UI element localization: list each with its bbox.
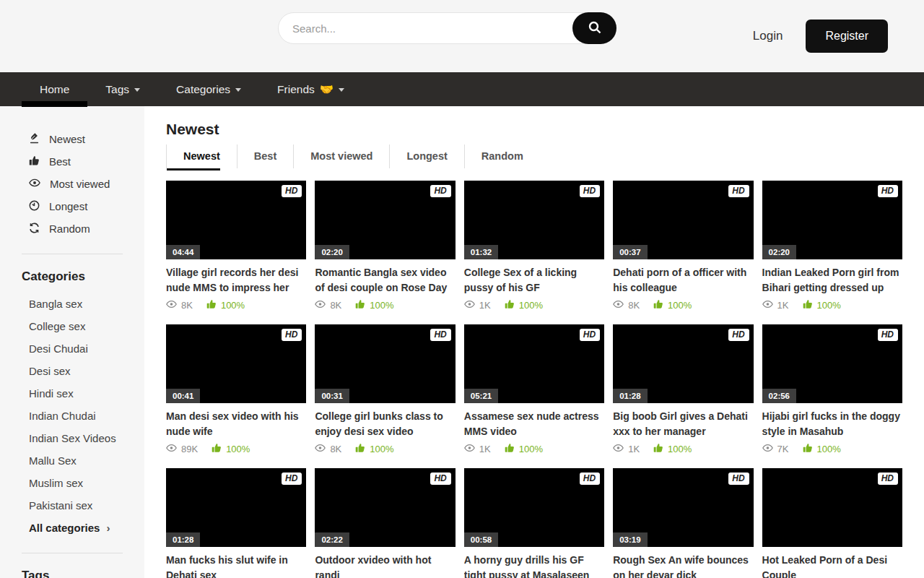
video-stats: 8K 100% — [166, 299, 306, 311]
sort-tab[interactable]: Best — [237, 144, 293, 168]
video-card[interactable]: HD 01:28 Man fucks his slut wife in Deha… — [166, 468, 306, 578]
all-categories-link[interactable]: All categories — [0, 517, 144, 539]
duration-badge: 05:21 — [464, 389, 498, 403]
nav-item-tags[interactable]: Tags — [87, 72, 158, 106]
sidebar-category-link[interactable]: College sex — [0, 315, 144, 337]
sort-tab[interactable]: Random — [464, 144, 540, 168]
video-title[interactable]: Assamese sex nude actress MMS video — [464, 409, 604, 439]
view-count-value: 7K — [777, 444, 789, 454]
sidebar-category-link[interactable]: Indian Sex Videos — [0, 427, 144, 449]
video-thumbnail[interactable]: HD 03:19 — [613, 468, 753, 547]
sidebar-category-link[interactable]: Indian Chudai — [0, 405, 144, 427]
video-title[interactable]: Dehati porn of a officer with his collea… — [613, 265, 753, 296]
view-count-value: 1K — [479, 444, 491, 454]
search-button[interactable] — [572, 12, 616, 44]
video-card[interactable]: HD 02:22 Outdoor xvideo with hot randi — [315, 468, 455, 578]
video-card[interactable]: HD 02:20 Indian Leaked Porn girl from Bi… — [762, 181, 902, 311]
video-thumbnail[interactable]: HD 02:56 — [762, 324, 902, 403]
sidebar-category-link[interactable]: Desi sex — [0, 360, 144, 382]
video-card[interactable]: HD 00:41 Man desi sex video with his nud… — [166, 324, 306, 455]
video-title[interactable]: Romantic Bangla sex video of desi couple… — [315, 265, 455, 296]
video-thumbnail[interactable]: HD 05:21 — [464, 324, 604, 403]
video-title[interactable]: Village girl records her desi nude MMS t… — [166, 265, 306, 296]
search-form — [278, 12, 616, 44]
video-thumbnail[interactable]: HD 02:22 — [315, 468, 455, 547]
eye-icon — [166, 300, 177, 311]
sidebar-category-link[interactable]: Muslim sex — [0, 472, 144, 494]
thumbs-up-icon — [355, 443, 365, 455]
nav-item-home[interactable]: Home — [22, 72, 87, 106]
thumbs-up-icon — [505, 299, 515, 311]
sort-tab[interactable]: Longest — [389, 144, 463, 168]
nav-item-friends[interactable]: Friends 🤝 — [259, 72, 362, 106]
video-stats: 8K 100% — [315, 443, 455, 455]
video-thumbnail[interactable]: HD 04:44 — [166, 181, 306, 259]
eye-icon — [613, 300, 624, 311]
sidebar-item-longest[interactable]: Longest — [0, 195, 144, 217]
eye-icon — [762, 300, 773, 311]
video-thumbnail[interactable]: HD 01:28 — [613, 324, 753, 403]
video-card[interactable]: HD 00:58 A horny guy drills his GF tight… — [464, 468, 604, 578]
sort-tab[interactable]: Newest — [166, 144, 237, 168]
sidebar-category-link[interactable]: Desi Chudai — [0, 337, 144, 360]
sidebar-category-link[interactable]: Mallu Sex — [0, 449, 144, 472]
duration-badge: 01:28 — [166, 532, 200, 547]
video-thumbnail[interactable]: HD 01:32 — [464, 181, 604, 259]
login-link[interactable]: Login — [753, 29, 783, 43]
video-card[interactable]: HD 00:37 Dehati porn of a officer with h… — [613, 181, 753, 311]
site-header: Login Register — [0, 0, 924, 72]
video-card[interactable]: HD 01:32 College Sex of a licking pussy … — [464, 181, 604, 311]
video-title[interactable]: A horny guy drills his GF tight pussy at… — [464, 553, 604, 578]
video-thumbnail[interactable]: HD 02:20 — [762, 181, 902, 259]
nav-item-categories[interactable]: Categories — [158, 72, 259, 106]
video-title[interactable]: Man fucks his slut wife in Dehati sex — [166, 553, 306, 578]
video-title[interactable]: Outdoor xvideo with hot randi — [315, 553, 455, 578]
video-title[interactable]: Indian Leaked Porn girl from Bihari gett… — [762, 265, 902, 296]
video-thumbnail[interactable]: HD 02:20 — [315, 181, 455, 259]
video-title[interactable]: Hot Leaked Porn of a Desi Couple — [762, 553, 902, 578]
main-nav: Home Tags Categories Friends 🤝 — [0, 72, 924, 106]
thumbs-up-icon — [803, 443, 813, 455]
video-thumbnail[interactable]: HD 01:28 — [166, 468, 306, 547]
rating-value: 100% — [226, 444, 250, 454]
sidebar-item-label: Most viewed — [50, 178, 110, 190]
hd-badge: HD — [878, 185, 898, 197]
video-thumbnail[interactable]: HD 00:41 — [166, 324, 306, 403]
video-thumbnail[interactable]: HD — [762, 468, 902, 547]
video-title[interactable]: Big boob Girl gives a Dehati xxx to her … — [613, 409, 753, 439]
sort-tab[interactable]: Most viewed — [293, 144, 389, 168]
video-thumbnail[interactable]: HD 00:37 — [613, 181, 753, 259]
eye-icon — [315, 444, 326, 454]
chevron-down-icon — [235, 88, 241, 92]
sidebar-category-link[interactable]: Pakistani sex — [0, 494, 144, 517]
duration-badge: 02:56 — [762, 389, 796, 403]
video-card[interactable]: HD Hot Leaked Porn of a Desi Couple — [762, 468, 902, 578]
view-count-value: 1K — [777, 300, 789, 311]
view-count: 7K — [762, 444, 789, 454]
register-button[interactable]: Register — [806, 20, 888, 53]
search-input[interactable] — [278, 12, 616, 44]
video-thumbnail[interactable]: HD 00:31 — [315, 324, 455, 403]
video-card[interactable]: HD 02:56 Hijabi girl fucks in the doggy … — [762, 324, 902, 455]
sidebar-category-link[interactable]: Bangla sex — [0, 293, 144, 315]
video-card[interactable]: HD 04:44 Village girl records her desi n… — [166, 181, 306, 311]
view-count-value: 1K — [479, 300, 491, 311]
sidebar-category-link[interactable]: Hindi sex — [0, 382, 144, 405]
video-title[interactable]: College girl bunks class to enjoy desi s… — [315, 409, 455, 439]
video-title[interactable]: Hijabi girl fucks in the doggy style in … — [762, 409, 902, 439]
sidebar-item-most-viewed[interactable]: Most viewed — [0, 173, 144, 195]
video-card[interactable]: HD 00:31 College girl bunks class to enj… — [315, 324, 455, 455]
video-stats: 1K 100% — [464, 443, 604, 455]
sidebar-item-random[interactable]: Random — [0, 217, 144, 240]
video-card[interactable]: HD 02:20 Romantic Bangla sex video of de… — [315, 181, 455, 311]
video-thumbnail[interactable]: HD 00:58 — [464, 468, 604, 547]
view-count-value: 8K — [330, 300, 341, 311]
video-card[interactable]: HD 03:19 Rough Sex An wife bounces on he… — [613, 468, 753, 578]
sidebar-item-newest[interactable]: Newest — [0, 128, 144, 150]
video-card[interactable]: HD 05:21 Assamese sex nude actress MMS v… — [464, 324, 604, 455]
sidebar-item-best[interactable]: Best — [0, 150, 144, 173]
video-title[interactable]: College Sex of a licking pussy of his GF — [464, 265, 604, 296]
video-card[interactable]: HD 01:28 Big boob Girl gives a Dehati xx… — [613, 324, 753, 455]
video-title[interactable]: Rough Sex An wife bounces on her devar d… — [613, 553, 753, 578]
video-title[interactable]: Man desi sex video with his nude wife — [166, 409, 306, 439]
